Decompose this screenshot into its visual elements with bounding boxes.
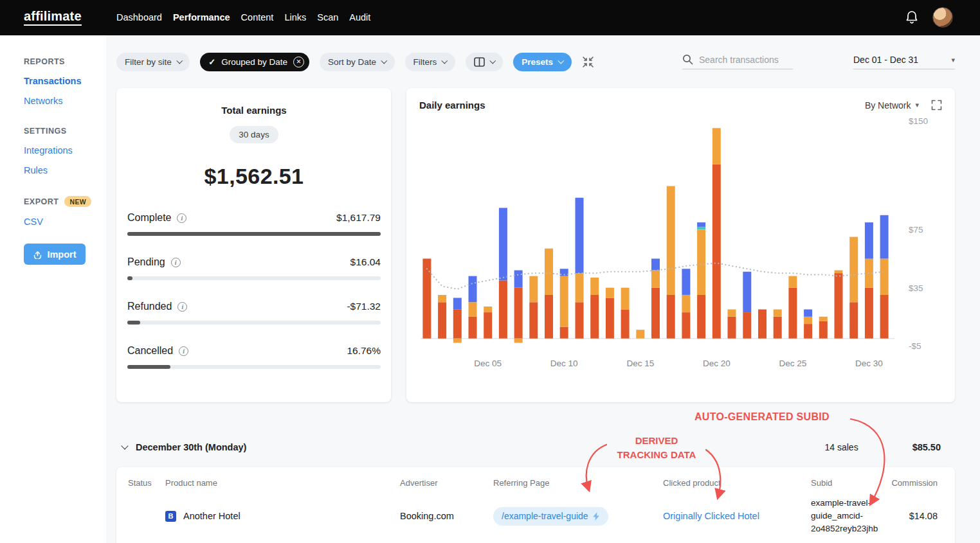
columns-dropdown[interactable] [466, 53, 504, 71]
cancelled-row: Cancelled i 16.76% [127, 345, 381, 369]
grouped-by-date-chip[interactable]: ✓ Grouped by Date ✕ [200, 53, 309, 71]
complete-row: Complete i $1,617.79 [127, 212, 381, 236]
dropdown-caret-icon[interactable]: ▾ [915, 101, 919, 109]
pending-progress-fill [127, 276, 132, 280]
annotation-auto-generated-subid: AUTO-GENERATED SUBID [694, 411, 830, 423]
group-total: $85.50 [912, 442, 941, 452]
upload-icon [33, 249, 42, 259]
sidebar-heading-reports: REPORTS [24, 57, 106, 66]
total-earnings-amount: $1,562.51 [127, 164, 381, 189]
total-earnings-title: Total earnings [127, 105, 381, 116]
import-button[interactable]: Import [24, 244, 86, 265]
svg-text:Dec 15: Dec 15 [626, 359, 654, 368]
complete-progress-track [127, 232, 381, 236]
date-range-picker[interactable]: Dec 01 - Dec 31 ▾ [853, 55, 955, 69]
complete-progress-fill [127, 232, 381, 236]
nav-performance[interactable]: Performance [173, 12, 230, 22]
nav-scan[interactable]: Scan [317, 12, 338, 22]
fullscreen-icon[interactable] [931, 100, 942, 111]
refunded-progress-fill [127, 321, 140, 325]
chevron-down-icon [442, 58, 448, 64]
table-row[interactable]: B Another Hotel Booking.com /example-tra… [128, 497, 938, 535]
chevron-down-icon [381, 58, 387, 64]
sidebar-heading-settings: SETTINGS [24, 127, 106, 136]
nav-audit[interactable]: Audit [349, 12, 370, 22]
info-icon[interactable]: i [179, 346, 188, 356]
nav-dashboard[interactable]: Dashboard [116, 12, 162, 22]
svg-text:Dec 05: Dec 05 [474, 359, 502, 368]
sidebar-item-transactions[interactable]: Transactions [24, 76, 106, 86]
col-status: Status [128, 478, 165, 488]
refunded-row: Refunded i -$71.32 [127, 301, 381, 325]
chevron-down-icon [489, 58, 495, 64]
columns-icon [474, 57, 485, 67]
user-avatar[interactable] [932, 7, 953, 28]
filters-dropdown[interactable]: Filters [405, 53, 455, 71]
pending-row: Pending i $16.04 [127, 256, 381, 280]
cancelled-progress-track [127, 365, 381, 369]
referring-page-chip[interactable]: /example-travel-guide [493, 507, 608, 526]
sidebar-item-csv[interactable]: CSV [24, 217, 106, 227]
sidebar-item-integrations[interactable]: Integrations [24, 145, 106, 156]
primary-nav: Dashboard Performance Content Links Scan… [116, 12, 370, 22]
info-icon[interactable]: i [177, 213, 186, 223]
sidebar-item-networks[interactable]: Networks [24, 96, 106, 106]
svg-text:Dec 30: Dec 30 [855, 359, 883, 368]
search-box [682, 54, 793, 69]
commission-value: $14.08 [887, 511, 938, 521]
col-clicked-product: Clicked product [663, 478, 811, 488]
transactions-table-card: Status Product name Advertiser Referring… [116, 467, 955, 543]
complete-value: $1,617.79 [336, 212, 381, 224]
subid-value: example-travel-guide_amcid-2o4852reyb23j… [811, 497, 887, 535]
notifications-bell-icon[interactable] [905, 10, 918, 24]
search-icon [682, 54, 693, 65]
pending-progress-track [127, 276, 381, 280]
nav-content[interactable]: Content [241, 12, 274, 22]
clicked-product-link[interactable]: Originally Clicked Hotel [663, 511, 811, 521]
main-content: Filter by site ✓ Grouped by Date ✕ Sort … [106, 35, 980, 543]
by-network-dropdown[interactable]: By Network [865, 100, 911, 111]
svg-text:Dec 20: Dec 20 [703, 359, 730, 368]
refunded-value: -$71.32 [347, 301, 381, 312]
daily-earnings-chart: $150$75$35-$5Dec 05Dec 10Dec 15Dec 20Dec… [419, 114, 942, 378]
group-sales-count: 14 sales [824, 442, 858, 452]
total-earnings-card: Total earnings 30 days $1,562.51 Complet… [116, 88, 391, 402]
refunded-label: Refunded [127, 301, 172, 312]
nav-links[interactable]: Links [284, 12, 306, 22]
svg-text:$150: $150 [909, 116, 928, 126]
chevron-down-icon [558, 58, 564, 64]
topnav-actions [905, 7, 953, 28]
period-chip[interactable]: 30 days [230, 126, 278, 143]
dropdown-caret-icon: ▾ [951, 56, 955, 64]
col-subid: Subid [811, 478, 887, 488]
sidebar-item-rules[interactable]: Rules [24, 165, 106, 175]
sidebar: REPORTS Transactions Networks SETTINGS I… [0, 35, 106, 543]
search-input[interactable] [699, 55, 790, 65]
sidebar-heading-export: EXPORT NEW [24, 196, 106, 207]
cancelled-label: Cancelled [127, 345, 173, 357]
presets-button[interactable]: Presets [513, 53, 571, 71]
daily-earnings-card: Daily earnings By Network ▾ $150$75$35-$… [406, 88, 955, 402]
group-date-title: December 30th (Monday) [136, 442, 246, 452]
collapse-icon[interactable] [582, 56, 594, 68]
booking-advertiser-icon: B [165, 511, 176, 522]
complete-label: Complete [127, 212, 171, 224]
filters-toolbar: Filter by site ✓ Grouped by Date ✕ Sort … [116, 52, 955, 71]
col-commission: Commission [887, 478, 938, 488]
cancelled-progress-fill [127, 365, 170, 369]
remove-grouping-icon[interactable]: ✕ [293, 57, 304, 67]
advertiser-name: Booking.com [400, 511, 493, 521]
cancelled-value: 16.76% [347, 345, 381, 357]
logo[interactable]: affilimate [24, 9, 82, 26]
info-icon[interactable]: i [177, 302, 187, 312]
svg-text:$75: $75 [909, 225, 923, 235]
pending-value: $16.04 [350, 256, 381, 268]
sort-by-dropdown[interactable]: Sort by Date [320, 53, 395, 71]
toolbar-right: Dec 01 - Dec 31 ▾ [682, 54, 955, 69]
info-icon[interactable]: i [171, 258, 181, 267]
product-name: Another Hotel [183, 511, 240, 521]
collapse-group-chevron-icon[interactable] [121, 442, 128, 449]
refunded-progress-track [127, 321, 381, 325]
transaction-group-header: December 30th (Monday) 14 sales $85.50 [122, 442, 955, 452]
filter-by-site-dropdown[interactable]: Filter by site [116, 53, 190, 71]
